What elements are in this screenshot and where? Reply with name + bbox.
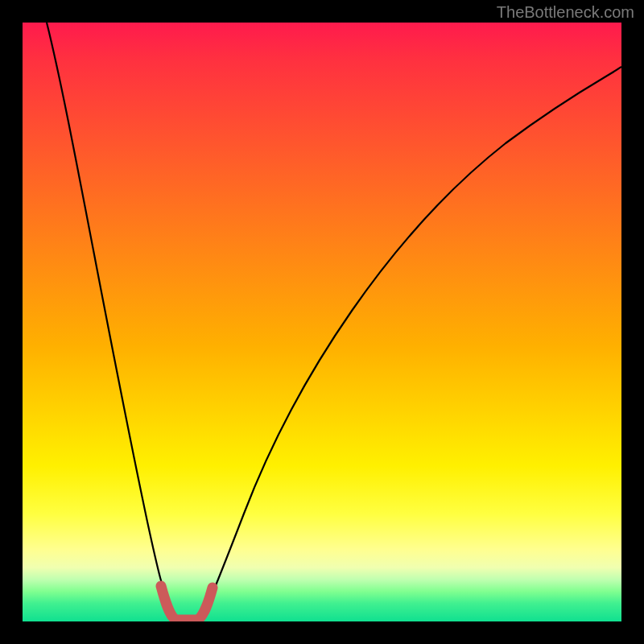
chart-plot-area [23,23,621,621]
bottleneck-curve-path [47,23,621,620]
watermark-text: TheBottleneck.com [497,3,634,22]
optimal-region-marker [161,586,213,620]
chart-svg [23,23,621,621]
